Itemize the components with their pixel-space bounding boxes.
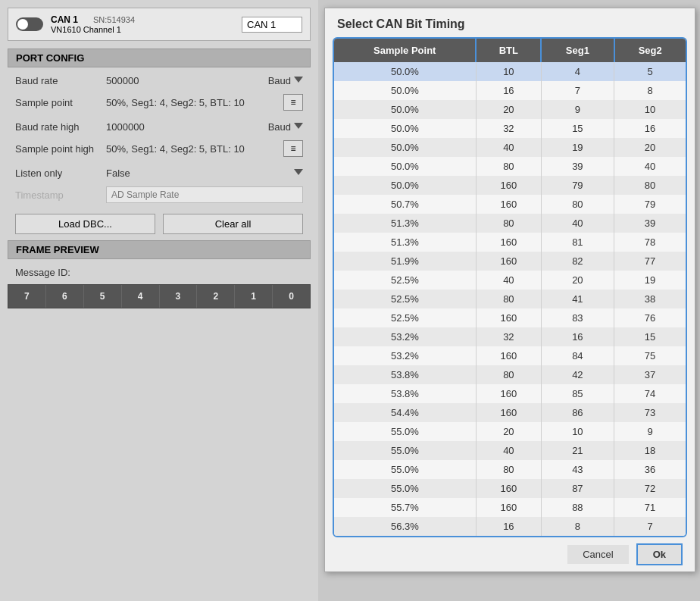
bit-0: 0: [273, 285, 310, 308]
table-cell: 9: [614, 422, 686, 441]
bit-1: 1: [235, 285, 273, 308]
table-row[interactable]: 55.0%804336: [334, 460, 686, 479]
table-cell: 50.0%: [334, 138, 476, 157]
table-cell: 76: [614, 308, 686, 327]
table-cell: 16: [476, 517, 541, 536]
table-cell: 80: [476, 214, 541, 233]
table-cell: 71: [614, 498, 686, 517]
table-cell: 79: [541, 176, 614, 195]
table-cell: 160: [476, 346, 541, 365]
sample-point-value: 50%, Seg1: 4, Seg2: 5, BTL: 10: [106, 97, 283, 108]
table-row[interactable]: 53.8%1608574: [334, 384, 686, 403]
table-row[interactable]: 53.2%1608475: [334, 346, 686, 365]
table-cell: 56.3%: [334, 517, 476, 536]
table-cell: 50.0%: [334, 81, 476, 100]
table-cell: 7: [541, 81, 614, 100]
bit-7: 7: [8, 285, 46, 308]
table-cell: 15: [614, 327, 686, 346]
table-row[interactable]: 50.0%20910: [334, 100, 686, 119]
frame-preview-header: FRAME PREVIEW: [8, 240, 311, 259]
channel-name-input[interactable]: [242, 17, 302, 33]
table-cell: 52.5%: [334, 308, 476, 327]
table-row[interactable]: 55.0%20109: [334, 422, 686, 441]
table-cell: 42: [541, 365, 614, 384]
table-cell: 39: [541, 157, 614, 176]
baud-rate-arrow-icon[interactable]: [294, 77, 303, 86]
baud-rate-high-label: Baud rate high: [15, 121, 106, 133]
table-cell: 10: [614, 100, 686, 119]
table-cell: 50.0%: [334, 176, 476, 195]
table-cell: 20: [476, 100, 541, 119]
table-cell: 40: [614, 157, 686, 176]
table-cell: 160: [476, 252, 541, 271]
table-cell: 54.4%: [334, 403, 476, 422]
baud-rate-high-arrow-icon[interactable]: [294, 123, 303, 132]
table-row[interactable]: 51.3%1608178: [334, 233, 686, 252]
table-row[interactable]: 55.7%1608871: [334, 498, 686, 517]
table-cell: 50.0%: [334, 100, 476, 119]
clear-all-button[interactable]: Clear all: [163, 214, 303, 234]
sample-point-high-row: Sample point high 50%, Seg1: 4, Seg2: 5,…: [0, 137, 318, 160]
table-cell: 82: [541, 252, 614, 271]
table-cell: 10: [541, 422, 614, 441]
table-row[interactable]: 51.3%804039: [334, 214, 686, 233]
table-cell: 20: [614, 138, 686, 157]
dialog-title: Select CAN Bit Timing: [325, 8, 695, 37]
table-cell: 4: [541, 62, 614, 81]
bit-6: 6: [46, 285, 84, 308]
timestamp-input[interactable]: [106, 186, 303, 203]
table-row[interactable]: 53.2%321615: [334, 327, 686, 346]
table-row[interactable]: 56.3%1687: [334, 517, 686, 536]
table-row[interactable]: 50.0%401920: [334, 138, 686, 157]
table-row[interactable]: 50.0%1045: [334, 62, 686, 81]
table-row[interactable]: 52.5%1608376: [334, 308, 686, 327]
table-cell: 53.8%: [334, 384, 476, 403]
table-cell: 43: [541, 460, 614, 479]
bit-4: 4: [122, 285, 160, 308]
sample-point-list-button[interactable]: ≡: [283, 94, 303, 111]
listen-only-arrow-icon[interactable]: [294, 169, 303, 178]
table-cell: 80: [614, 176, 686, 195]
table-row[interactable]: 55.0%402118: [334, 441, 686, 460]
table-cell: 7: [614, 517, 686, 536]
table-row[interactable]: 52.5%804138: [334, 290, 686, 308]
table-cell: 53.2%: [334, 346, 476, 365]
table-header-row: Sample Point BTL Seg1 Seg2: [334, 39, 686, 62]
table-row[interactable]: 52.5%402019: [334, 271, 686, 290]
table-cell: 160: [476, 479, 541, 498]
table-cell: 81: [541, 233, 614, 252]
table-cell: 36: [614, 460, 686, 479]
timing-table-wrapper[interactable]: Sample Point BTL Seg1 Seg2 50.0%104550.0…: [333, 37, 687, 537]
table-cell: 40: [541, 214, 614, 233]
table-cell: 32: [476, 119, 541, 138]
table-cell: 50.0%: [334, 119, 476, 138]
load-dbc-button[interactable]: Load DBC...: [15, 214, 155, 234]
table-row[interactable]: 50.7%1608079: [334, 195, 686, 214]
sample-point-label: Sample point: [15, 97, 106, 108]
table-row[interactable]: 50.0%1607980: [334, 176, 686, 195]
sample-point-high-list-button[interactable]: ≡: [283, 140, 303, 157]
toggle-switch[interactable]: [16, 17, 43, 31]
baud-rate-high-value: 1000000: [106, 121, 268, 133]
table-cell: 5: [614, 62, 686, 81]
table-cell: 51.9%: [334, 252, 476, 271]
ok-button[interactable]: Ok: [636, 543, 683, 565]
message-id-label: Message ID:: [0, 264, 318, 281]
table-cell: 20: [541, 271, 614, 290]
left-panel: CAN 1 SN:514934 VN1610 Channel 1 PORT CO…: [0, 0, 318, 601]
table-cell: 51.3%: [334, 233, 476, 252]
table-cell: 55.0%: [334, 479, 476, 498]
table-row[interactable]: 50.0%803940: [334, 157, 686, 176]
table-row[interactable]: 54.4%1608673: [334, 403, 686, 422]
table-row[interactable]: 53.8%804237: [334, 365, 686, 384]
timestamp-label: Timestamp: [15, 189, 106, 201]
table-cell: 80: [476, 157, 541, 176]
table-row[interactable]: 50.0%321516: [334, 119, 686, 138]
table-row[interactable]: 51.9%1608277: [334, 252, 686, 271]
table-cell: 85: [541, 384, 614, 403]
listen-only-value: False: [106, 167, 294, 179]
cancel-button[interactable]: Cancel: [567, 545, 628, 564]
table-cell: 38: [614, 290, 686, 308]
table-row[interactable]: 50.0%1678: [334, 81, 686, 100]
table-row[interactable]: 55.0%1608772: [334, 479, 686, 498]
